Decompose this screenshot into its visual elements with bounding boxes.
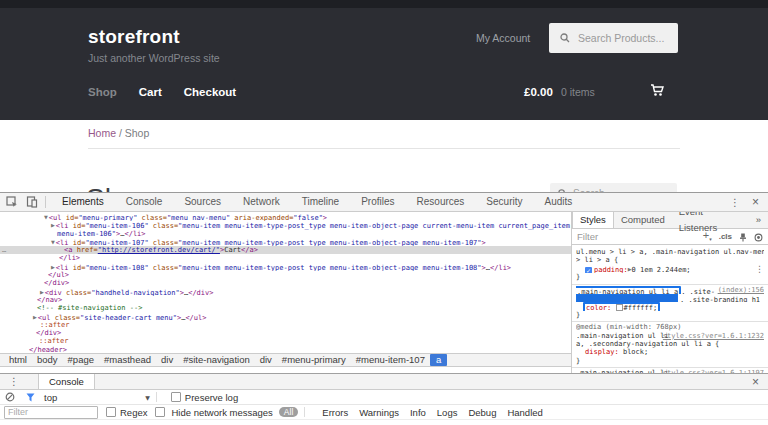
css-selector: > li > a { xyxy=(576,256,764,264)
clear-console-icon[interactable] xyxy=(2,389,18,405)
crumb-body[interactable]: body xyxy=(32,354,63,366)
element-classes-icon[interactable]: .cls xyxy=(719,232,732,241)
css-source-link[interactable]: (index):156 xyxy=(718,286,764,294)
hide-network-checkbox[interactable] xyxy=(155,407,165,417)
console-level-warnings[interactable]: Warnings xyxy=(359,407,399,418)
console-level-info[interactable]: Info xyxy=(410,407,426,418)
cart-icon[interactable] xyxy=(650,83,664,101)
dom-tree-node[interactable]: ▶<li id="menu-item-108" class="menu-item… xyxy=(0,263,571,271)
drawer-menu-icon[interactable]: ⋮ xyxy=(0,376,28,387)
css-property[interactable]: ✓padding:▶0 1em 2.244em; xyxy=(576,265,764,273)
color-swatch[interactable] xyxy=(616,304,623,310)
devtools-menu-icon[interactable]: ⋮ xyxy=(721,197,749,208)
breadcrumb-separator: / xyxy=(116,127,125,139)
dom-tree-node[interactable]: ::after xyxy=(0,337,571,345)
property-enabled-checkbox[interactable]: ✓ xyxy=(585,267,592,273)
css-source-link[interactable]: style.css?ver=1.6.1:1232 xyxy=(663,332,764,340)
dom-tree-node[interactable]: menu-item-106">…</li> xyxy=(0,230,571,238)
devtools-close-icon[interactable]: × xyxy=(749,195,768,209)
css-media-rule[interactable]: @media (min-width: 768px) style.css?ver=… xyxy=(572,322,768,368)
console-level-filters: ErrorsWarningsInfoLogsDebugHandled xyxy=(311,407,543,418)
pin-icon[interactable] xyxy=(739,228,747,246)
crumb-div[interactable]: div xyxy=(156,354,178,366)
devtools-tab-timeline[interactable]: Timeline xyxy=(291,193,350,211)
search-icon xyxy=(560,33,570,43)
content-divider xyxy=(88,148,680,149)
sidebar-search-input[interactable]: Search ... xyxy=(550,183,677,192)
dom-tree-node[interactable]: </div> xyxy=(0,329,571,337)
sidebar-tab-styles[interactable]: Styles xyxy=(572,212,614,228)
my-account-link[interactable]: My Account xyxy=(476,32,530,44)
styles-filter-input[interactable]: Filter xyxy=(577,231,703,242)
crumb-div[interactable]: div xyxy=(255,354,277,366)
crumb-site-navigation[interactable]: #site-navigation xyxy=(178,354,255,366)
window-top-strip xyxy=(0,0,768,8)
highlight-box: .main-navigation ul li a xyxy=(576,286,681,294)
nav-item-shop[interactable]: Shop xyxy=(88,86,117,98)
devtools-tab-resources[interactable]: Resources xyxy=(406,193,476,211)
dom-tree-node[interactable]: ▶<ul class="site-header-cart menu">…</ul… xyxy=(0,313,571,321)
console-filter-input[interactable] xyxy=(4,406,98,419)
preserve-log-checkbox[interactable] xyxy=(171,392,181,402)
tab-console[interactable]: Console xyxy=(38,374,95,389)
console-level-errors[interactable]: Errors xyxy=(322,407,348,418)
console-level-logs[interactable]: Logs xyxy=(437,407,458,418)
css-rule-highlighted[interactable]: (index):156.main-navigation ul li a, .si… xyxy=(572,285,768,323)
product-search-input[interactable]: Search Products... xyxy=(549,23,678,53)
devtools-tab-elements[interactable]: Elements xyxy=(51,193,115,211)
sidebar-tab-computed[interactable]: Computed xyxy=(614,212,672,228)
sidebar-tab--[interactable]: » xyxy=(749,212,768,228)
cart-total[interactable]: £0.00 0 items xyxy=(524,86,595,98)
crumb-page[interactable]: #page xyxy=(63,354,99,366)
site-branding[interactable]: storefront Just another WordPress site xyxy=(88,26,220,64)
filter-all-pill[interactable]: All xyxy=(279,407,298,417)
dom-tree-node[interactable]: </ul> xyxy=(0,271,571,279)
site-title[interactable]: storefront xyxy=(88,26,220,48)
filter-funnel-icon[interactable] xyxy=(22,389,38,405)
css-rule[interactable]: ul.menu > li > a, .main-navigation ul.na… xyxy=(572,247,768,285)
dom-tree-node[interactable]: ::after xyxy=(0,321,571,329)
dom-tree-node[interactable]: </nav> xyxy=(0,296,571,304)
dom-tree-selected-node[interactable]: …<a href="http://storefront.dev/cart/">C… xyxy=(0,246,571,254)
regex-checkbox[interactable] xyxy=(106,407,116,417)
dom-tree-node[interactable]: ▶<li id="menu-item-106" class="menu-item… xyxy=(0,221,571,229)
console-level-handled[interactable]: Handled xyxy=(507,407,542,418)
rule-menu-icon[interactable]: ⋮ xyxy=(755,265,764,273)
dom-tree-node[interactable]: ▼<li id="menu-item-107" class="menu-item… xyxy=(0,238,571,246)
crumb-menu-primary[interactable]: #menu-primary xyxy=(277,354,351,366)
devtools-tab-audits[interactable]: Audits xyxy=(533,193,583,211)
dom-tree-node[interactable]: ▶<div class="handheld-navigation">…</div… xyxy=(0,288,571,296)
console-level-debug[interactable]: Debug xyxy=(468,407,496,418)
drawer-close-icon[interactable]: × xyxy=(749,375,768,389)
css-property[interactable]: display: block; xyxy=(576,348,764,356)
dom-tree-node[interactable]: </li> xyxy=(0,254,571,262)
crumb-menu-item-107[interactable]: #menu-item-107 xyxy=(351,354,430,366)
crumb-masthead[interactable]: #masthead xyxy=(99,354,156,366)
nav-item-checkout[interactable]: Checkout xyxy=(184,86,236,98)
console-filter-row: Regex Hide network messages All ErrorsWa… xyxy=(0,405,768,420)
site-tagline: Just another WordPress site xyxy=(88,52,220,64)
chevron-down-icon[interactable]: ▼ xyxy=(145,394,150,401)
dom-tree-node[interactable]: <!-- #site-navigation --> xyxy=(0,304,571,312)
inspect-element-icon[interactable] xyxy=(4,194,20,210)
devtools-tab-profiles[interactable]: Profiles xyxy=(350,193,405,211)
site-header: storefront Just another WordPress site M… xyxy=(0,8,768,120)
devtools-tab-network[interactable]: Network xyxy=(232,193,291,211)
devtools-tab-sources[interactable]: Sources xyxy=(173,193,232,211)
nav-item-cart[interactable]: Cart xyxy=(139,86,162,98)
media-query: @media (min-width: 768px) xyxy=(576,323,764,331)
element-state-icon[interactable] xyxy=(754,228,763,246)
crumb-a[interactable]: a xyxy=(430,354,447,366)
devtools-tab-console[interactable]: Console xyxy=(115,193,174,211)
crumb-html[interactable]: html xyxy=(4,354,32,366)
execution-context-select[interactable]: top xyxy=(44,392,57,403)
css-property[interactable]: color: #ffffff; xyxy=(576,302,764,310)
dom-tree-node[interactable]: </div> xyxy=(0,279,571,287)
breadcrumb-home-link[interactable]: Home xyxy=(88,127,116,139)
devtools-tab-security[interactable]: Security xyxy=(475,193,533,211)
dom-tree: ▼<ul id="menu-primary" class="menu nav-m… xyxy=(0,212,571,354)
device-toolbar-icon[interactable] xyxy=(24,194,40,210)
highlight-fill-box xyxy=(576,294,678,302)
dom-tree-node[interactable]: ▼<ul id="menu-primary" class="menu nav-m… xyxy=(0,213,571,221)
new-style-rule-icon[interactable]: +▾ xyxy=(703,230,712,244)
